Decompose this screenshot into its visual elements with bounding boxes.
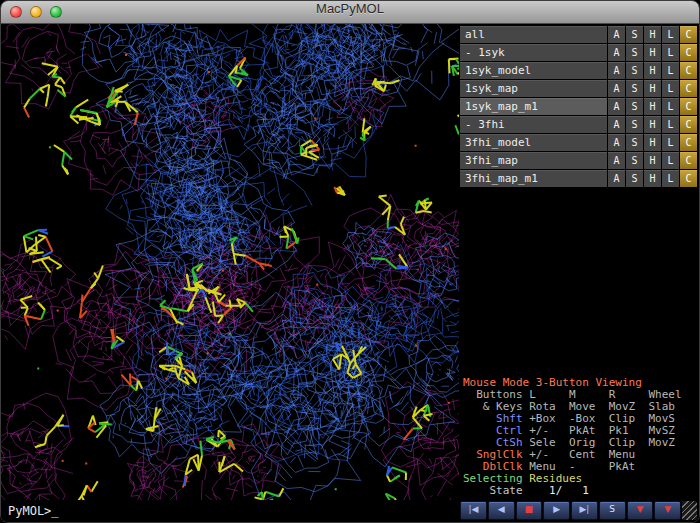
object-name[interactable]: 3fhi_model (460, 134, 607, 151)
hide-button[interactable]: H (644, 134, 661, 151)
molecule-viewport[interactable] (1, 24, 459, 500)
action-button[interactable]: A (608, 62, 625, 79)
object-row: 3fhi_modelASHLC (460, 134, 697, 151)
hide-button[interactable]: H (644, 62, 661, 79)
label-button[interactable]: L (662, 98, 679, 115)
label-button[interactable]: L (662, 116, 679, 133)
zoom-button[interactable] (50, 6, 62, 18)
mouse-settings-panel: Mouse Mode 3-Button Viewing Buttons L M … (460, 375, 697, 500)
color-button[interactable]: C (680, 116, 697, 133)
hide-button[interactable]: H (644, 44, 661, 61)
color-button[interactable]: C (680, 80, 697, 97)
object-name[interactable]: 3fhi_map (460, 152, 607, 169)
mouse-panel-line: State 1/ 1 (463, 485, 697, 497)
hide-button[interactable]: H (644, 98, 661, 115)
window-title: MacPyMOL (1, 1, 699, 16)
color-button[interactable]: C (680, 26, 697, 43)
action-button[interactable]: A (608, 134, 625, 151)
color-button[interactable]: C (680, 98, 697, 115)
stop-button[interactable]: ■ (516, 501, 543, 520)
command-prompt: PyMOL>_ (8, 504, 59, 518)
object-list: allASHLC- 1sykASHLC1syk_modelASHLC1syk_m… (460, 26, 697, 188)
object-row: 1syk_mapASHLC (460, 80, 697, 97)
hide-button[interactable]: H (644, 170, 661, 187)
action-button[interactable]: A (608, 98, 625, 115)
movie-controls: |◀◀■▶▶|S▼▼ (460, 500, 697, 520)
label-button[interactable]: L (662, 26, 679, 43)
object-name[interactable]: 1syk_model (460, 62, 607, 79)
command-line[interactable]: PyMOL>_ (1, 500, 459, 522)
control-panel: allASHLC- 1sykASHLC1syk_modelASHLC1syk_m… (459, 24, 699, 522)
minimize-button[interactable] (30, 6, 42, 18)
object-name[interactable]: all (460, 26, 607, 43)
show-button[interactable]: S (626, 116, 643, 133)
label-button[interactable]: L (662, 134, 679, 151)
show-button[interactable]: S (626, 98, 643, 115)
hide-button[interactable]: H (644, 116, 661, 133)
color-button[interactable]: C (680, 170, 697, 187)
show-button[interactable]: S (626, 26, 643, 43)
object-row: allASHLC (460, 26, 697, 43)
label-button[interactable]: L (662, 170, 679, 187)
menu-2-button[interactable]: ▼ (654, 501, 681, 520)
show-button[interactable]: S (626, 62, 643, 79)
label-button[interactable]: L (662, 62, 679, 79)
object-row: 3fhi_mapASHLC (460, 152, 697, 169)
action-button[interactable]: A (608, 26, 625, 43)
main-content: PyMOL>_ allASHLC- 1sykASHLC1syk_modelASH… (1, 24, 699, 522)
object-row: - 3fhiASHLC (460, 116, 697, 133)
object-name[interactable]: - 1syk (460, 44, 607, 61)
action-button[interactable]: A (608, 116, 625, 133)
macpymol-window: MacPyMOL PyMOL>_ allASHLC- 1sykASHLC1syk… (0, 0, 700, 523)
object-row: 3fhi_map_m1ASHLC (460, 170, 697, 187)
step-back-button[interactable]: ◀ (488, 501, 515, 520)
action-button[interactable]: A (608, 44, 625, 61)
title-bar[interactable]: MacPyMOL (1, 1, 699, 24)
show-button[interactable]: S (626, 170, 643, 187)
color-button[interactable]: C (680, 152, 697, 169)
hide-button[interactable]: H (644, 80, 661, 97)
object-name[interactable]: 1syk_map_m1 (460, 98, 607, 115)
menu-1-button[interactable]: ▼ (627, 501, 654, 520)
mouse-panel-key: State (463, 484, 523, 497)
scene-button[interactable]: S (599, 501, 626, 520)
rewind-button[interactable]: |◀ (460, 501, 487, 520)
show-button[interactable]: S (626, 80, 643, 97)
action-button[interactable]: A (608, 152, 625, 169)
show-button[interactable]: S (626, 152, 643, 169)
traffic-lights (10, 6, 62, 18)
close-button[interactable] (10, 6, 22, 18)
object-row: - 1sykASHLC (460, 44, 697, 61)
color-button[interactable]: C (680, 62, 697, 79)
label-button[interactable]: L (662, 44, 679, 61)
viewport-column: PyMOL>_ (1, 24, 459, 522)
object-name[interactable]: - 3fhi (460, 116, 607, 133)
mouse-panel-values: 1/ 1 (523, 484, 589, 497)
object-name[interactable]: 3fhi_map_m1 (460, 170, 607, 187)
resize-grip[interactable] (682, 501, 697, 520)
show-button[interactable]: S (626, 134, 643, 151)
object-row: 1syk_modelASHLC (460, 62, 697, 79)
step-forward-button[interactable]: ▶| (571, 501, 598, 520)
label-button[interactable]: L (662, 80, 679, 97)
label-button[interactable]: L (662, 152, 679, 169)
panel-spacer (460, 188, 697, 375)
hide-button[interactable]: H (644, 152, 661, 169)
color-button[interactable]: C (680, 44, 697, 61)
object-name[interactable]: 1syk_map (460, 80, 607, 97)
show-button[interactable]: S (626, 44, 643, 61)
play-button[interactable]: ▶ (543, 501, 570, 520)
action-button[interactable]: A (608, 170, 625, 187)
color-button[interactable]: C (680, 134, 697, 151)
hide-button[interactable]: H (644, 26, 661, 43)
action-button[interactable]: A (608, 80, 625, 97)
object-row: 1syk_map_m1ASHLC (460, 98, 697, 115)
